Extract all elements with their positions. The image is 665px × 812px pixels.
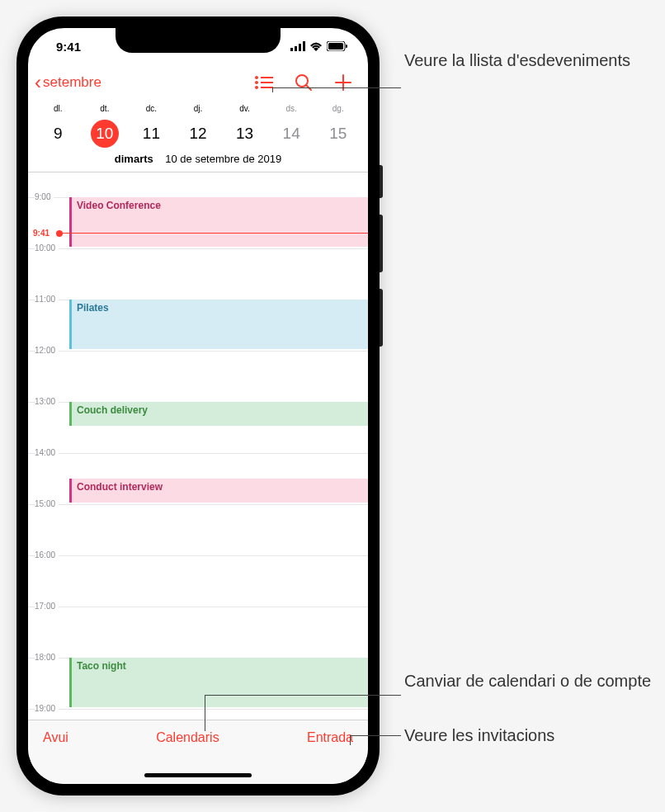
callout-line	[272, 87, 273, 92]
hour-row: 10:00	[28, 248, 368, 249]
inbox-button[interactable]: Entrada	[307, 730, 353, 745]
callout-calendars: Canviar de calendari o de compte	[404, 670, 651, 692]
callout-line	[350, 735, 351, 745]
svg-rect-2	[299, 44, 301, 51]
svg-rect-6	[346, 45, 347, 48]
callout-line	[205, 695, 401, 696]
today-button[interactable]: Avui	[43, 730, 68, 745]
svg-rect-3	[303, 41, 305, 51]
home-indicator[interactable]	[144, 773, 252, 777]
hour-label: 17:00	[35, 602, 59, 611]
date-row: 9101112131415	[35, 120, 361, 148]
date-cell[interactable]: 10	[82, 120, 129, 148]
date-cell[interactable]: 9	[35, 120, 82, 148]
status-icons	[290, 40, 348, 54]
hour-label: 10:00	[35, 243, 59, 253]
back-button[interactable]: ‹ setembre	[35, 71, 101, 94]
volume-up-button	[380, 215, 383, 272]
weekday-label: dg.	[314, 104, 361, 113]
calendar-event[interactable]: Conduct interview	[69, 479, 368, 503]
bottom-toolbar: Avui Calendaris Entrada	[28, 720, 368, 784]
now-dot-icon	[56, 230, 63, 237]
nav-actions	[254, 73, 361, 92]
weekday-label: dj.	[175, 104, 222, 113]
date-cell[interactable]: 15	[314, 120, 361, 148]
hour-label: 14:00	[35, 448, 59, 457]
hour-label: 16:00	[35, 550, 59, 559]
notch	[116, 28, 281, 53]
selected-date-label: dimarts 10 de setembre de 2019	[35, 153, 361, 165]
date-cell[interactable]: 13	[221, 120, 268, 148]
svg-rect-5	[328, 43, 343, 50]
search-icon	[295, 73, 313, 92]
wifi-icon	[309, 40, 323, 54]
list-icon	[255, 76, 273, 89]
hour-label: 15:00	[35, 499, 59, 508]
selected-fulldate: 10 de setembre de 2019	[165, 153, 281, 165]
svg-rect-10	[261, 82, 273, 83]
svg-point-11	[255, 86, 258, 89]
svg-rect-8	[261, 77, 273, 78]
calendar-event[interactable]: Pilates	[69, 300, 368, 349]
side-button	[380, 165, 383, 198]
current-time-indicator: 9:41	[31, 229, 368, 238]
selected-dayname: dimarts	[115, 153, 153, 165]
nav-bar: ‹ setembre	[28, 64, 368, 101]
hour-row: 19:00	[28, 709, 368, 710]
weekday-label: ds.	[268, 104, 315, 113]
svg-rect-12	[261, 87, 273, 88]
hour-row: 12:00	[28, 351, 368, 352]
back-label: setembre	[43, 74, 101, 91]
hour-row: 15:00	[28, 504, 368, 505]
hour-row: 17:00	[28, 607, 368, 607]
search-button[interactable]	[294, 73, 314, 92]
volume-down-button	[380, 289, 383, 347]
callout-line	[272, 87, 401, 88]
calendar-event[interactable]: Video Conference	[69, 197, 368, 247]
svg-point-9	[255, 81, 258, 84]
hour-label: 13:00	[35, 397, 59, 406]
callout-list-view: Veure la llista d'esdeveniments	[404, 50, 630, 71]
now-line	[63, 233, 368, 234]
calendar-event[interactable]: Couch delivery	[69, 402, 368, 426]
svg-rect-1	[295, 46, 297, 51]
weekday-label: dv.	[221, 104, 268, 113]
add-event-button[interactable]	[333, 73, 353, 92]
hour-label: 11:00	[35, 295, 59, 304]
hour-label: 18:00	[35, 653, 59, 662]
phone-frame: 9:41 ‹ setembre	[17, 17, 380, 795]
hour-label: 12:00	[35, 346, 59, 355]
phone-screen: 9:41 ‹ setembre	[28, 28, 368, 784]
calendars-button[interactable]: Calendaris	[156, 730, 219, 745]
hour-row: 14:00	[28, 453, 368, 454]
weekday-label: dt.	[82, 104, 129, 113]
status-time: 9:41	[48, 40, 81, 54]
callout-line	[205, 695, 205, 731]
svg-rect-0	[290, 48, 293, 51]
weekday-label: dl.	[35, 104, 82, 113]
battery-icon	[327, 40, 348, 54]
date-cell[interactable]: 14	[268, 120, 315, 148]
hour-label: 9:00	[35, 192, 54, 201]
date-cell[interactable]: 11	[128, 120, 175, 148]
hour-row: 16:00	[28, 555, 368, 556]
weekday-label: dc.	[128, 104, 175, 113]
calendar-event[interactable]: Taco night	[69, 658, 368, 707]
svg-point-7	[255, 76, 258, 79]
week-header: dl.dt.dc.dj.dv.ds.dg. 9101112131415 dima…	[28, 101, 368, 172]
chevron-left-icon: ‹	[35, 71, 41, 94]
hour-label: 19:00	[35, 704, 59, 713]
now-time-label: 9:41	[31, 229, 51, 238]
callout-inbox: Veure les invitacions	[404, 725, 554, 746]
weekday-row: dl.dt.dc.dj.dv.ds.dg.	[35, 104, 361, 113]
plus-icon	[334, 73, 352, 92]
day-timeline[interactable]: 9:0010:0011:0012:0013:0014:0015:0016:001…	[28, 172, 368, 734]
list-view-button[interactable]	[254, 73, 274, 92]
cellular-signal-icon	[290, 40, 305, 54]
callout-line	[350, 735, 401, 736]
date-cell[interactable]: 12	[175, 120, 222, 148]
